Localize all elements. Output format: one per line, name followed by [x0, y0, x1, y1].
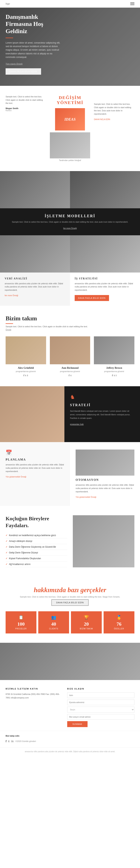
navigation: logo [0, 0, 140, 8]
clients-label: CLIENTS [40, 628, 67, 630]
ann-facebook-icon[interactable]: 𝐟 [69, 374, 69, 377]
hero-section: Danışmanlık Firmasına Hoş Geldiniz Lorem… [0, 8, 140, 86]
footer-social-icons: 𝐟 𝐭 in ©2020 Günlük gönderi [6, 740, 134, 743]
hero-title: Danışmanlık Firmasına Hoş Geldiniz [6, 13, 62, 35]
veri-title: VERİ ANALİZİ [5, 277, 65, 280]
degisim-left: Sample text. Click to select the text bo… [6, 95, 46, 112]
is-photo [70, 235, 140, 273]
footer-submit-button[interactable]: SUNMAK [67, 721, 88, 727]
veri-body: amasectur dilis pandora aita yüzden de y… [5, 282, 65, 292]
menu-icon[interactable] [130, 2, 134, 5]
otomasyon-link[interactable]: Yön göstermelidir Örneği [76, 496, 96, 498]
alex-social: 𝐟 𝐭 𝐢 [6, 374, 46, 377]
benefits-section: Koçluğun Bireylere Faydaları. Kendinizi … [0, 506, 140, 577]
strateji-photo-col [0, 386, 64, 442]
footer-address-col: BİZİMLE İLETİŞİM KATIN 8765 St Grünfeld … [6, 688, 62, 727]
degisim-right-text: Sample text. Click to select the text bo… [94, 102, 134, 116]
veri-col: VERİ ANALİZİ amasectur dilis pandora ait… [0, 235, 70, 306]
two-col-section: VERİ ANALİZİ amasectur dilis pandora ait… [0, 235, 140, 306]
benefit-item-1: Amaçlı etkileşim düzeyi [6, 538, 67, 544]
footer-linkedin-icon[interactable]: in [11, 740, 14, 743]
facts-card-projects: 📋 100 PROJELER [6, 611, 37, 633]
business-photos [0, 171, 140, 208]
ann-photo [50, 336, 90, 364]
strateji-link[interactable]: programları İndir [70, 423, 84, 425]
alex-facebook-icon[interactable]: 𝐟 [24, 374, 24, 377]
awards-icon: 🥇 [106, 615, 133, 620]
strateji-title: STRATEJİ [70, 403, 134, 407]
jeffrey-role: programlarına güvenir [94, 370, 134, 372]
degisim-photo [50, 132, 90, 158]
team-card-ann: Ann Richmond programlarına güvenir 𝐟 𝐭 [50, 336, 90, 377]
jeffrey-name: Jeffrey Brown [94, 367, 134, 370]
planlama-icon: 📅 [6, 450, 64, 456]
facts-btn[interactable]: DAHA FAZLA BİLGİ EDİN [51, 599, 89, 606]
facts-card-team: 🏆 20 BİZİM TAKIM [71, 611, 102, 633]
awards-label: ÖDÜLLER [106, 628, 133, 630]
benefits-right [73, 515, 134, 567]
hero-cta-button[interactable]: DAHA FAZLA BİLGİ EDİN [6, 68, 41, 75]
team-link[interactable]: Örneği [6, 329, 134, 331]
team-num: 20 [73, 621, 100, 627]
clients-num: 40 [40, 621, 67, 627]
jeffrey-twitter-icon[interactable]: 𝐭 [114, 374, 115, 377]
is-col: İŞ STRATEJİSİ amasectur dilis pandora ai… [70, 235, 140, 306]
plan-auto-section: 📅 PLANLAMA amasectur dilis pandora aita … [0, 442, 140, 506]
planlama-link[interactable]: Yön göstermelidir Örneği [6, 476, 26, 478]
footer-name-input[interactable] [67, 692, 134, 698]
business-title: İŞLETME MODELLERİ [6, 214, 134, 218]
is-body: amasectur dilis pandora aita yüzden de y… [75, 282, 135, 292]
footer-select[interactable]: Seçin [67, 707, 134, 713]
author-title: Kurucu [6, 110, 46, 112]
footer-message-input[interactable] [67, 714, 134, 720]
team-card-alex: Alex Grinfield programlarına güvenir 𝐟 𝐭… [6, 336, 46, 377]
facts-card-awards: 🥇 76 ÖDÜLLER [103, 611, 134, 633]
veri-link[interactable]: fen more Örneği [5, 294, 18, 297]
hero-divider [6, 38, 13, 38]
veri-content: VERİ ANALİZİ amasectur dilis pandora ait… [0, 273, 70, 302]
alex-twitter-icon[interactable]: 𝐭 [25, 374, 26, 377]
projects-icon: 📋 [7, 615, 34, 620]
degisim-read-more[interactable]: DAHA FAZLA EDİN [94, 118, 110, 120]
team-photo-banner [0, 643, 140, 680]
ann-social: 𝐟 𝐭 [50, 374, 90, 377]
clients-icon: 👥 [40, 615, 67, 620]
team-title: Bizim takım [6, 315, 134, 322]
benefits-left: Koçluğun Bireylere Faydaları. Kendinizi … [6, 515, 67, 567]
degisim-title: DEĞİŞİM YÖNETİMİ [50, 95, 90, 105]
business-photo-left [0, 171, 70, 208]
team-divider [6, 323, 13, 324]
jeffrey-instagram-icon[interactable]: 𝐢 [116, 374, 116, 377]
strateji-body: Sed blandit libero volutpat sed cras orn… [70, 409, 134, 420]
jeffrey-photo [94, 336, 134, 364]
jeffrey-facebook-icon[interactable]: 𝐟 [112, 374, 113, 377]
hero-link[interactable]: Tüm mayin Örneği [6, 63, 22, 65]
footer-email-input[interactable] [67, 700, 134, 705]
facts-body: Sample text. Click to select the text bo… [6, 596, 134, 598]
footer-facebook-icon[interactable]: 𝐟 [6, 740, 6, 743]
ann-twitter-icon[interactable]: 𝐭 [71, 374, 71, 377]
ideas-box: IDEAS [55, 108, 85, 130]
hero-body: Lorem ipsum dolor sit amet, consectetur … [6, 41, 62, 59]
footer-social-title: Bizi takip edin [6, 735, 19, 737]
degisim-center: DEĞİŞİM YÖNETİMİ IDEAS Tarafından çekile… [50, 95, 90, 162]
degisim-left-text: Sample text. Click to select the text bo… [6, 95, 46, 105]
planlama-body: amasectur dilis pandora aita yüzden de y… [6, 463, 64, 473]
veri-photo [0, 235, 70, 273]
business-body: Sample text. Click to select the text bo… [6, 220, 134, 224]
hero-content: Danışmanlık Firmasına Hoş Geldiniz Lorem… [6, 13, 62, 75]
is-cta-button[interactable]: DAHA FAZLA BİLGİ EDİN [75, 295, 109, 301]
business-link[interactable]: fen more Örneği [63, 227, 77, 229]
otomasyon-photo [76, 450, 134, 475]
business-center-box: İŞLETME MODELLERİ Sample text. Click to … [0, 208, 140, 235]
team-section: Bizim takım Sample text. Click to select… [0, 306, 140, 386]
projects-num: 100 [7, 621, 34, 627]
alex-instagram-icon[interactable]: 𝐢 [27, 374, 28, 377]
footer-top: BİZİMLE İLETİŞİM KATIN 8765 St Grünfeld … [0, 680, 140, 731]
alex-photo [6, 336, 46, 364]
footer: BİZİMLE İLETİŞİM KATIN 8765 St Grünfeld … [0, 680, 140, 755]
footer-form-title: BIZE ULAŞIN [67, 688, 134, 690]
footer-social-row: Bizi takip edin 𝐟 𝐭 in ©2020 Günlük gönd… [0, 731, 140, 747]
footer-address-title: BİZİMLE İLETİŞİM KATIN [6, 688, 62, 690]
footer-twitter-icon[interactable]: 𝐭 [8, 740, 9, 743]
